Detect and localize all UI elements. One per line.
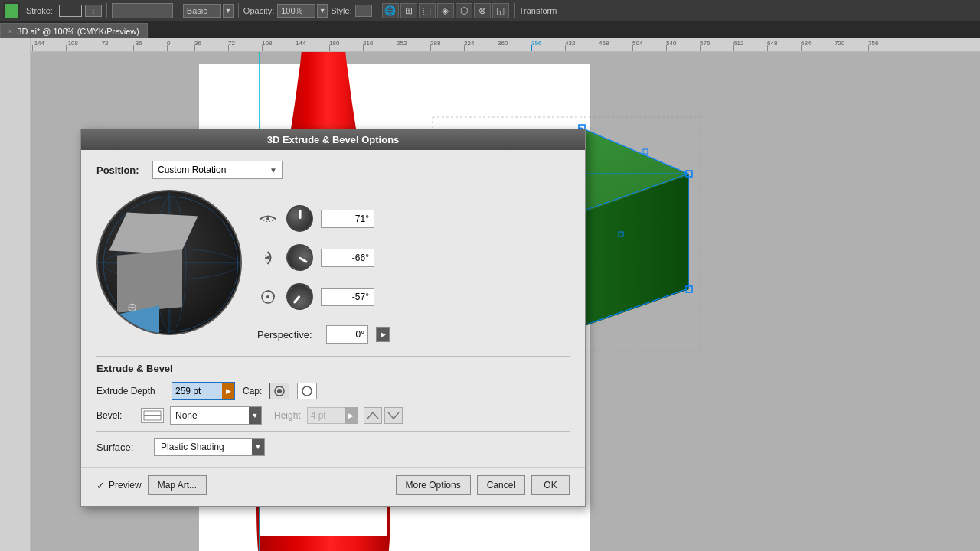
svg-point-35 [266,256,270,259]
extrude-depth-row: Extrude Depth ▶ Cap: [96,382,570,400]
section-divider-2 [96,431,570,432]
x-rotation-icon [257,210,279,227]
tab-close-icon[interactable]: × [8,28,12,35]
dialog-body: Position: Custom Rotation ▼ [81,150,585,467]
globe-icon[interactable]: 🌐 [382,3,399,18]
x-rotation-dial[interactable] [286,205,313,232]
bevel-dropdown-arrow: ▼ [249,407,261,424]
section-divider-1 [96,356,570,357]
z-rotation-row: -57° [257,283,570,310]
cap-on-button[interactable] [270,383,289,399]
toolbar-sep-2 [178,3,178,18]
stroke-indicator: Stroke: [23,5,56,17]
y-rotation-input[interactable]: -66° [321,249,374,267]
preview-area: ⊕ [96,190,570,344]
extrude-stepper[interactable]: ▶ [222,383,234,399]
y-rotation-row: -66° [257,244,570,271]
style-swatch[interactable] [355,5,372,17]
effects-icon[interactable]: ⊗ [474,3,491,18]
height-input[interactable] [307,407,345,424]
extrude-depth-input-wrap: ▶ [172,382,235,400]
preview-checkmark: ✓ [96,480,105,491]
y-rotation-dial[interactable] [282,240,318,276]
height-input-wrap: ▶ [307,407,358,424]
brush-field[interactable] [112,3,173,18]
dialog-title: 3D Extrude & Bevel Options [267,134,400,145]
perspective-row: Perspective: ▶ [257,325,570,344]
toolbar-sep-1 [106,3,107,18]
extrude-depth-input[interactable] [172,383,222,399]
cancel-button[interactable]: Cancel [477,475,525,495]
preview-label: Preview [109,480,142,491]
map-art-button[interactable]: Map Art... [148,475,207,495]
tab-title: 3D.ai* @ 100% (CMYK/Preview) [17,27,139,36]
symbol-icon[interactable]: ◈ [437,3,454,18]
transform-label: Transform [519,6,557,15]
height-label: Height [274,410,301,421]
ok-button[interactable]: OK [531,475,570,495]
opacity-label: Opacity: [243,6,274,15]
style-label: Style: [331,6,352,15]
y-rotation-icon [257,249,279,266]
toolbar-icons: 🌐 ⊞ ⬚ ◈ ⬡ ⊗ ◱ [382,3,509,18]
position-dropdown-arrow: ▼ [270,166,277,174]
rotation-sphere[interactable]: ⊕ [96,190,242,335]
z-rotation-input[interactable]: -57° [321,288,374,306]
svg-point-40 [302,386,312,396]
z-rotation-icon [257,289,279,305]
fill-color-indicator[interactable] [3,2,20,19]
sphere-3d-box [117,214,217,314]
basic-dropdown-arrow[interactable]: ▼ [223,4,234,18]
bevel-select[interactable]: None ▼ [170,406,262,425]
svg-point-37 [266,295,270,298]
toolbar-sep-4 [377,3,377,18]
align-icon[interactable]: ⊞ [400,3,417,18]
opacity-input[interactable]: 100% [277,4,315,18]
bevel-icon [141,408,164,423]
position-row: Position: Custom Rotation ▼ [96,161,570,179]
cap-off-button[interactable] [297,383,317,399]
bevel-row: Bevel: None ▼ Height ▶ [96,406,570,425]
perspective-arrow-btn[interactable]: ▶ [376,327,390,342]
dialog-footer: ✓ Preview Map Art... More Options Cancel… [81,467,585,506]
surface-label: Surface: [96,442,146,453]
z-rotation-dial[interactable] [281,278,318,315]
surface-row: Surface: Plastic Shading ▼ [96,438,570,456]
dialog-titlebar: 3D Extrude & Bevel Options [81,129,585,150]
more-options-button[interactable]: More Options [396,475,471,495]
extrude-depth-label: Extrude Depth [96,386,164,396]
opacity-group: 100% ▼ [277,4,328,18]
stroke-weight-input[interactable]: ↕ [85,5,102,17]
extrude-bevel-dialog: 3D Extrude & Bevel Options Position: Cus… [80,129,586,507]
ridge-buttons [364,407,403,424]
brush-icon[interactable]: ⬡ [456,3,472,18]
perspective-input[interactable] [326,325,368,344]
x-rotation-input[interactable]: 71° [321,210,374,228]
active-tab[interactable]: × 3D.ai* @ 100% (CMYK/Preview) [0,23,148,38]
preview-checkbox-wrap[interactable]: ✓ Preview [96,480,142,491]
height-stepper[interactable]: ▶ [345,407,358,424]
bevel-label: Bevel: [96,410,135,421]
top-toolbar: Stroke: ↕ Basic ▼ Opacity: 100% ▼ Style:… [0,0,980,21]
horizontal-ruler: -144 -108 -72 -36 0 36 72 108 144 180 21… [31,38,980,52]
svg-point-34 [266,217,270,220]
basic-select[interactable]: Basic [183,4,221,18]
stroke-color-box[interactable] [59,5,82,17]
x-rotation-row: 71° [257,205,570,232]
surface-select[interactable]: Plastic Shading ▼ [154,438,265,456]
toolbar-sep-5 [514,3,514,18]
vertical-ruler [0,38,31,551]
layers-icon[interactable]: ⬚ [419,3,436,18]
opacity-dropdown-arrow[interactable]: ▼ [317,4,328,18]
ridge-down-btn[interactable] [384,407,403,424]
rotation-controls: 71° -66° [257,190,570,344]
canvas-area: 3D Extrude & Bevel Options Position: Cus… [31,52,980,551]
graphic-styles-icon[interactable]: ◱ [492,3,509,18]
position-select[interactable]: Custom Rotation ▼ [152,161,283,179]
ridge-up-btn[interactable] [364,407,382,424]
tab-bar: × 3D.ai* @ 100% (CMYK/Preview) [0,21,980,38]
surface-value: Plastic Shading [155,440,252,454]
svg-rect-16 [643,149,648,154]
cap-label: Cap: [243,386,262,396]
extrude-bevel-title: Extrude & Bevel [96,363,570,374]
